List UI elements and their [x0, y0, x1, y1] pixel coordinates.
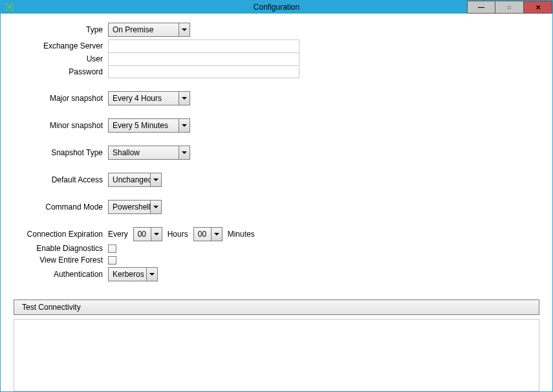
app-icon: [5, 2, 15, 12]
default-access-value: Unchanged: [109, 173, 150, 186]
snapshot-type-value: Shallow: [109, 146, 179, 159]
conn-exp-hours-select[interactable]: 00: [133, 227, 162, 241]
connectivity-output: [14, 319, 539, 391]
minimize-icon: —: [478, 4, 484, 11]
chevron-down-icon: [146, 268, 157, 281]
maximize-button[interactable]: □: [495, 1, 524, 14]
snapshot-type-select[interactable]: Shallow: [108, 146, 190, 160]
password-input[interactable]: [108, 65, 299, 78]
exchange-server-input[interactable]: [108, 39, 299, 52]
close-button[interactable]: ✕: [524, 1, 552, 14]
exchange-server-label: Exchange Server: [14, 41, 104, 50]
every-label: Every: [108, 230, 128, 239]
chevron-down-icon: [179, 119, 190, 132]
default-access-label: Default Access: [14, 175, 104, 184]
minor-snapshot-select[interactable]: Every 5 Minutes: [108, 118, 190, 133]
type-label: Type: [14, 25, 104, 34]
conn-exp-hours-value: 00: [134, 228, 151, 241]
minimize-button[interactable]: —: [467, 1, 495, 14]
default-access-select[interactable]: Unchanged: [108, 173, 162, 187]
config-form: Type On Premise Exchange Server User Pas…: [14, 23, 539, 281]
maximize-icon: □: [508, 5, 511, 10]
chevron-down-icon: [179, 23, 190, 36]
hours-label: Hours: [168, 230, 188, 239]
test-connectivity-button[interactable]: Test Connectivity: [14, 299, 539, 315]
configuration-window: Configuration — □ ✕ Type On Premise Exch…: [0, 0, 553, 392]
authentication-label: Authentication: [14, 270, 104, 279]
minor-snapshot-value: Every 5 Minutes: [109, 119, 179, 132]
user-input[interactable]: [108, 52, 299, 65]
user-label: User: [14, 54, 104, 63]
command-mode-select[interactable]: Powershell: [108, 200, 162, 214]
titlebar: Configuration — □ ✕: [1, 1, 552, 14]
type-select-value: On Premise: [109, 23, 179, 36]
conn-exp-minutes-select[interactable]: 00: [193, 227, 222, 241]
chevron-down-icon: [150, 173, 161, 186]
password-label: Password: [14, 67, 104, 76]
connection-expiration-label: Connection Expiration: [14, 230, 104, 239]
close-icon: ✕: [536, 4, 541, 11]
authentication-value: Kerberos: [109, 268, 146, 281]
view-entire-forest-label: View Entire Forest: [14, 256, 104, 265]
type-select[interactable]: On Premise: [108, 23, 190, 37]
chevron-down-icon: [211, 228, 222, 241]
chevron-down-icon: [150, 201, 161, 213]
major-snapshot-label: Major snapshot: [14, 94, 104, 103]
major-snapshot-select[interactable]: Every 4 Hours: [108, 91, 190, 105]
conn-exp-minutes-value: 00: [194, 228, 211, 241]
chevron-down-icon: [179, 92, 190, 105]
window-controls: — □ ✕: [467, 1, 552, 14]
minor-snapshot-label: Minor snapshot: [14, 121, 104, 130]
command-mode-label: Command Mode: [14, 202, 104, 212]
enable-diagnostics-checkbox[interactable]: [108, 245, 116, 253]
view-entire-forest-checkbox[interactable]: [108, 256, 116, 265]
chevron-down-icon: [151, 228, 162, 241]
chevron-down-icon: [179, 146, 190, 159]
command-mode-value: Powershell: [109, 201, 150, 213]
authentication-select[interactable]: Kerberos: [108, 267, 158, 281]
minutes-label: Minutes: [228, 230, 255, 239]
snapshot-type-label: Snapshot Type: [14, 148, 104, 157]
major-snapshot-value: Every 4 Hours: [109, 92, 179, 105]
client-area: Type On Premise Exchange Server User Pas…: [1, 14, 552, 392]
enable-diagnostics-label: Enable Diagnostics: [14, 244, 104, 253]
